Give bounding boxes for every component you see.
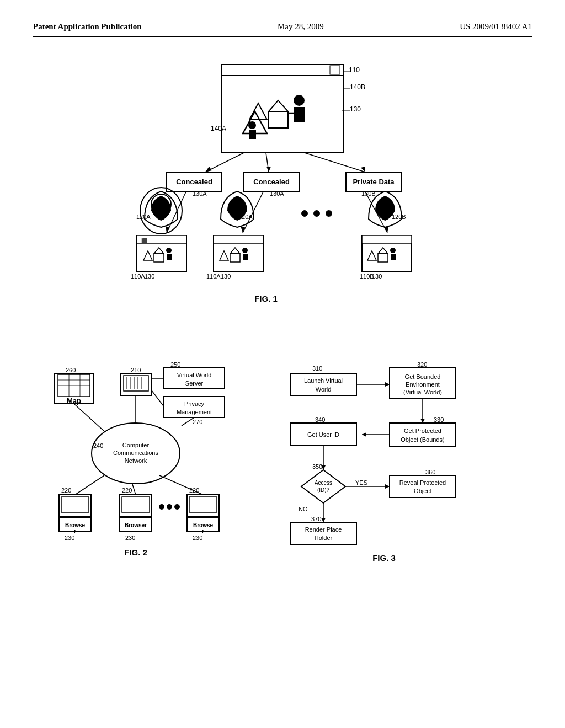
svg-text:⬛: ⬛ (141, 237, 148, 244)
svg-text:350: 350 (312, 463, 322, 470)
svg-text:Get Bounded: Get Bounded (404, 373, 440, 380)
svg-marker-170 (385, 484, 390, 489)
svg-text:Management: Management (176, 409, 211, 415)
svg-text:Access: Access (314, 480, 332, 486)
svg-text:130A: 130A (270, 190, 284, 197)
svg-rect-46 (167, 254, 172, 260)
svg-text:Reveal Protected: Reveal Protected (399, 479, 445, 486)
svg-line-112 (74, 404, 104, 431)
svg-rect-0 (222, 65, 343, 153)
svg-text:Holder: Holder (314, 534, 332, 541)
svg-text:Server: Server (185, 380, 203, 387)
svg-text:220: 220 (61, 487, 71, 494)
svg-text:110A: 110A (131, 273, 145, 280)
svg-text:Get User ID: Get User ID (307, 431, 339, 438)
svg-text:110B: 110B (360, 273, 374, 280)
svg-text:Browser: Browser (124, 522, 146, 528)
svg-rect-53 (214, 235, 263, 243)
svg-rect-88 (124, 376, 148, 391)
svg-text:r: r (202, 528, 204, 534)
svg-point-16 (294, 95, 305, 106)
svg-text:YES: YES (355, 479, 367, 486)
svg-text:270: 270 (193, 419, 202, 425)
svg-rect-68 (362, 235, 412, 243)
svg-text:Concealed: Concealed (253, 178, 290, 186)
svg-marker-158 (362, 432, 366, 437)
svg-rect-121 (122, 497, 150, 512)
svg-text:120B: 120B (392, 213, 406, 220)
fig23-container: Map 260 210 Virtual World Server (33, 362, 532, 574)
svg-text:FIG. 1: FIG. 1 (254, 294, 278, 303)
svg-text:210: 210 (131, 367, 141, 373)
svg-line-136 (75, 475, 104, 495)
svg-text:Concealed: Concealed (176, 178, 212, 186)
svg-text:Object (Bounds): Object (Bounds) (401, 436, 444, 443)
svg-text:140B: 140B (350, 83, 365, 91)
header-left: Patent Application Publication (33, 22, 142, 31)
svg-text:Launch Virtual: Launch Virtual (303, 377, 342, 384)
svg-rect-20 (249, 130, 256, 139)
svg-text:Render Place: Render Place (305, 526, 342, 533)
svg-line-104 (151, 390, 164, 406)
svg-text:370: 370 (311, 516, 321, 522)
svg-marker-177 (321, 518, 326, 522)
page: Patent Application Publication May 28, 2… (0, 0, 565, 728)
svg-rect-1 (222, 65, 343, 76)
page-header: Patent Application Publication May 28, 2… (33, 22, 532, 37)
svg-marker-31 (205, 167, 212, 172)
svg-rect-130 (189, 497, 217, 512)
svg-text:140A: 140A (211, 125, 226, 132)
svg-rect-73 (391, 254, 396, 260)
svg-text:120A: 120A (136, 213, 151, 220)
svg-text:110A: 110A (206, 273, 221, 280)
svg-text:Computer: Computer (122, 442, 149, 448)
svg-point-45 (166, 248, 172, 253)
svg-point-65 (326, 210, 332, 217)
svg-text:230: 230 (65, 534, 74, 541)
svg-rect-114 (61, 497, 89, 512)
svg-point-63 (301, 210, 308, 217)
svg-point-57 (242, 248, 248, 253)
svg-text:Environment: Environment (406, 381, 440, 388)
svg-text:r: r (74, 528, 76, 534)
fig1-container: X 110 140B 130 140A (33, 48, 532, 357)
svg-text:(Virtual World): (Virtual World) (403, 389, 442, 395)
svg-text:World: World (315, 386, 331, 393)
header-right: US 2009/0138402 A1 (460, 22, 532, 31)
svg-rect-178 (290, 522, 356, 544)
svg-text:Network: Network (124, 457, 147, 464)
svg-text:FIG. 3: FIG. 3 (372, 553, 396, 563)
fig2-wrapper: Map 260 210 Virtual World Server (49, 362, 253, 574)
svg-line-138 (159, 475, 203, 495)
svg-marker-145 (385, 382, 390, 387)
svg-marker-152 (420, 419, 425, 423)
svg-line-30 (205, 153, 244, 172)
svg-text:Browse: Browse (65, 522, 85, 528)
svg-point-72 (390, 248, 396, 253)
svg-point-19 (248, 121, 256, 129)
svg-text:Object: Object (414, 488, 431, 494)
svg-point-128 (174, 504, 180, 510)
svg-text:130: 130 (221, 273, 231, 280)
svg-text:130: 130 (145, 273, 154, 280)
svg-marker-33 (266, 167, 271, 172)
svg-text:130B: 130B (361, 190, 376, 197)
fig2-svg: Map 260 210 Virtual World Server (49, 362, 253, 572)
svg-marker-77 (384, 227, 388, 233)
svg-text:230: 230 (125, 534, 135, 541)
svg-text:Browse: Browse (193, 522, 213, 528)
svg-text:310: 310 (312, 365, 322, 372)
svg-rect-58 (243, 254, 248, 260)
svg-text:360: 360 (425, 469, 435, 475)
svg-text:Communications: Communications (113, 449, 158, 456)
svg-text:240: 240 (93, 442, 103, 449)
svg-text:Privacy: Privacy (184, 400, 204, 407)
svg-marker-164 (301, 470, 345, 503)
svg-text:130A: 130A (193, 190, 207, 197)
svg-text:Private Data: Private Data (353, 178, 395, 186)
svg-text:FIG. 2: FIG. 2 (124, 548, 147, 557)
svg-text:260: 260 (66, 367, 76, 373)
svg-point-127 (167, 504, 172, 510)
svg-text:110: 110 (349, 66, 360, 74)
svg-line-34 (305, 153, 365, 172)
